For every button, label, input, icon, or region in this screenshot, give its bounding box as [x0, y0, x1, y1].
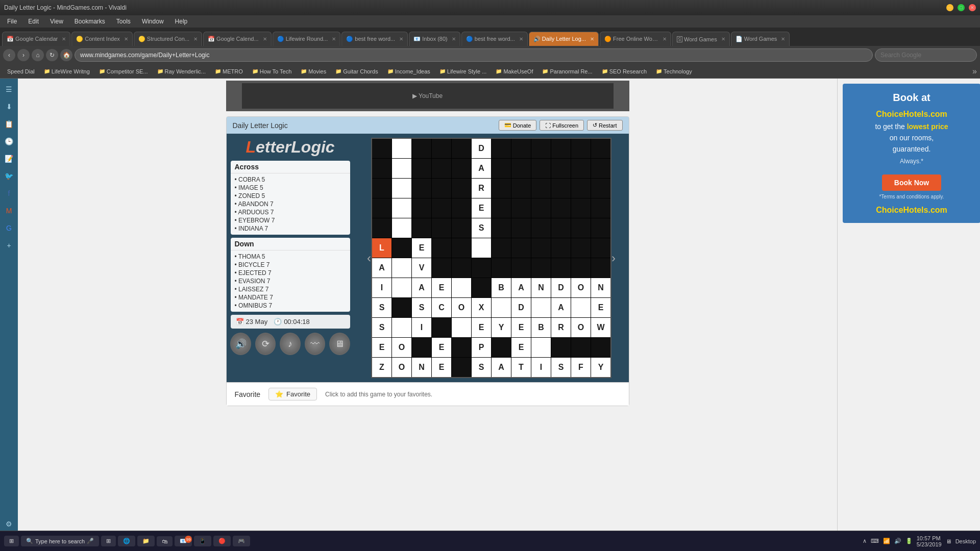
wave-btn[interactable]: 〰 [305, 333, 325, 355]
cell-6-1[interactable] [392, 258, 411, 278]
bm-makeuseof[interactable]: MakeUseOf [492, 67, 537, 76]
back-btn[interactable]: ‹ [3, 49, 15, 61]
cell-7-8[interactable]: N [531, 278, 551, 297]
bm-competitor[interactable]: Competitor SE... [95, 67, 152, 76]
cell-9-6[interactable]: Y [492, 318, 511, 337]
cell-11-8[interactable]: I [531, 358, 551, 377]
edge-btn[interactable]: 🌐 [118, 536, 135, 546]
home2-btn[interactable]: 🏠 [60, 49, 72, 61]
cell-5-2[interactable]: E [412, 238, 431, 258]
bm-seo[interactable]: SEO Research [598, 67, 651, 76]
vivaldi-btn[interactable]: 🔴 [213, 536, 231, 546]
cell-1-1[interactable] [392, 159, 411, 178]
clue-abandon[interactable]: ABANDON 7 [235, 200, 346, 208]
menu-help[interactable]: Help [170, 17, 193, 26]
bm-ray[interactable]: Ray Wenderlic... [153, 67, 210, 76]
cell-8-3[interactable]: C [432, 298, 451, 317]
start-btn[interactable]: ⊞ [4, 536, 19, 546]
cell-7-6[interactable]: B [492, 278, 511, 297]
cell-11-2[interactable]: N [412, 358, 431, 377]
bm-speed-dial[interactable]: Speed Dial [3, 67, 39, 76]
cell-9-10[interactable]: O [571, 318, 591, 337]
bm-guitar[interactable]: Guitar Chords [331, 67, 382, 76]
cell-11-3[interactable]: E [432, 358, 451, 377]
clue-evasion[interactable]: EVASION 7 [235, 277, 346, 285]
clue-indiana[interactable]: INDIANA 7 [235, 224, 346, 233]
cell-4-1[interactable] [392, 218, 411, 238]
sidebar-facebook[interactable]: f [3, 187, 16, 200]
cell-5-0[interactable]: L [372, 238, 391, 258]
sidebar-bookmarks[interactable]: ☰ [3, 83, 16, 96]
cell-0-1[interactable] [392, 139, 411, 158]
more-bookmarks[interactable]: » [972, 67, 977, 76]
clue-omnibus[interactable]: OMNIBUS 7 [235, 302, 346, 310]
cell-8-0[interactable]: S [372, 298, 391, 317]
cell-7-0[interactable]: I [372, 278, 391, 297]
fullscreen-btn[interactable]: ⛶ Fullscreen [540, 120, 584, 131]
cell-2-5[interactable]: R [472, 179, 491, 198]
tab-active[interactable]: 🔊 Daily Letter Log...✕ [529, 32, 599, 46]
taskbar-desktop-btn[interactable]: 🖥 [946, 538, 951, 544]
game-btn[interactable]: 🎮 [233, 536, 250, 546]
music-btn[interactable]: ♪ [280, 333, 300, 355]
cell-3-5[interactable]: E [472, 198, 491, 218]
cell-6-0[interactable]: A [372, 258, 391, 278]
tab-5[interactable]: 🔵 best free word...✕ [341, 32, 408, 46]
cell-7-7[interactable]: A [511, 278, 531, 297]
task-view-btn[interactable]: ⊞ [101, 536, 116, 546]
cell-8-7[interactable]: D [511, 298, 531, 317]
store-btn[interactable]: 🛍 [157, 536, 173, 546]
cell-8-5[interactable]: X [472, 298, 491, 317]
restart-btn[interactable]: ↺ Restart [587, 120, 622, 131]
clue-thoma[interactable]: THOMA 5 [235, 253, 346, 261]
menu-view[interactable]: View [45, 17, 68, 26]
grid-right-arrow[interactable]: › [611, 251, 616, 265]
cell-9-4[interactable] [452, 318, 471, 337]
minimize-btn[interactable]: ─ [946, 4, 953, 11]
menu-window[interactable]: Window [137, 17, 169, 26]
tab-11[interactable]: 📄 Word Games✕ [731, 32, 790, 46]
cell-7-3[interactable]: E [432, 278, 451, 297]
cell-8-10[interactable] [571, 298, 591, 317]
cell-8-9[interactable]: A [551, 298, 571, 317]
cell-7-9[interactable]: D [551, 278, 571, 297]
sidebar-add[interactable]: + [3, 239, 16, 252]
tab-10[interactable]: 🅂 Word Games✕ [672, 32, 730, 46]
clue-laissez[interactable]: LAISSEZ 7 [235, 285, 346, 293]
cell-7-1[interactable] [392, 278, 411, 297]
tab-2[interactable]: 🟡 Structured Con...✕ [134, 32, 202, 46]
screen-btn[interactable]: 🖥 [329, 333, 350, 355]
cell-9-5[interactable]: E [472, 318, 491, 337]
bm-movies[interactable]: Movies [297, 67, 330, 76]
cell-9-8[interactable]: B [531, 318, 551, 337]
explorer-btn[interactable]: 📁 [137, 536, 155, 546]
cell-7-11[interactable]: N [591, 278, 610, 297]
close-btn[interactable]: ✕ [969, 4, 976, 11]
bm-lifewire-style[interactable]: Lifewire Style ... [435, 67, 491, 76]
cell-10-7[interactable]: E [511, 338, 531, 357]
sidebar-tabs[interactable]: 📋 [3, 117, 16, 131]
clue-zoned[interactable]: ZONED 5 [235, 192, 346, 200]
donate-btn[interactable]: 💳 Donate [499, 120, 536, 131]
search-btn[interactable]: 🔍 Type here to search 🎤 [21, 536, 99, 546]
taskbar-network[interactable]: 📶 [883, 538, 890, 544]
sound-btn[interactable]: 🔊 [230, 333, 251, 355]
address-input[interactable] [75, 48, 873, 62]
sidebar-downloads[interactable]: ⬇ [3, 100, 16, 113]
cell-11-7[interactable]: T [511, 358, 531, 377]
cell-10-0[interactable]: E [372, 338, 391, 357]
cell-9-11[interactable]: W [591, 318, 610, 337]
cell-11-6[interactable]: A [492, 358, 511, 377]
cell-11-10[interactable]: F [571, 358, 591, 377]
menu-tools[interactable]: Tools [111, 17, 136, 26]
bm-howtotech[interactable]: How To Tech [248, 67, 296, 76]
clue-bicycle[interactable]: BICYCLE 7 [235, 261, 346, 269]
cell-9-1[interactable] [392, 318, 411, 337]
cell-8-4[interactable]: O [452, 298, 471, 317]
cell-10-1[interactable]: O [392, 338, 411, 357]
cell-7-4[interactable] [452, 278, 471, 297]
cell-9-2[interactable]: I [412, 318, 431, 337]
sidebar-history[interactable]: 🕒 [3, 135, 16, 148]
bm-metro[interactable]: METRO [211, 67, 247, 76]
cell-11-0[interactable]: Z [372, 358, 391, 377]
